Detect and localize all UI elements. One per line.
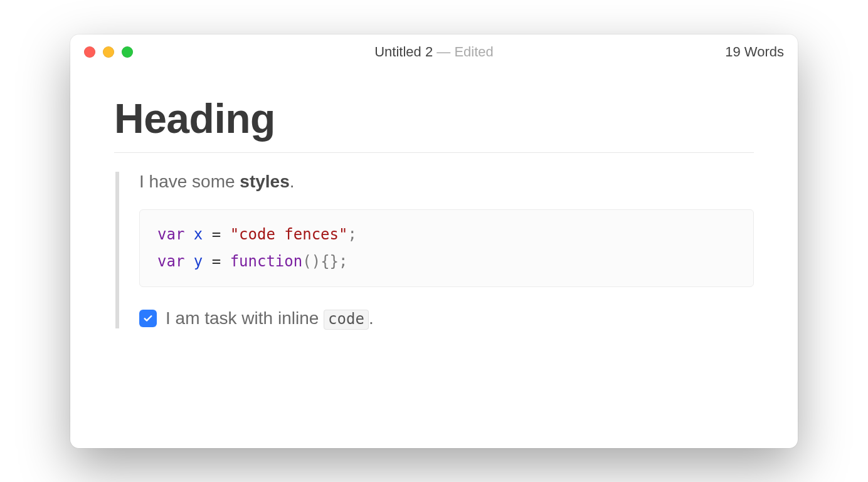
code-identifier: y — [194, 253, 203, 270]
code-punct: ; — [339, 253, 347, 270]
editor-content[interactable]: Heading I have some styles. var x = "cod… — [70, 70, 798, 354]
titlebar: Untitled 2 — Edited 19 Words — [70, 34, 798, 70]
task-item[interactable]: I am task with inline code. — [139, 308, 754, 328]
code-identifier: x — [194, 226, 203, 243]
fullscreen-window-button[interactable] — [122, 46, 133, 58]
code-keyword: var — [157, 253, 184, 270]
code-punct: () — [302, 253, 320, 270]
code-punct: {} — [320, 253, 339, 270]
window-controls — [84, 46, 133, 58]
document-title: Untitled 2 — [374, 44, 433, 60]
paragraph[interactable]: I have some styles. — [139, 172, 754, 192]
edited-status: Edited — [454, 44, 493, 60]
app-window: Untitled 2 — Edited 19 Words Heading I h… — [70, 34, 798, 448]
code-operator: = — [212, 253, 221, 270]
bold-text: styles — [240, 172, 289, 191]
code-string: "code fences" — [230, 226, 348, 243]
inline-code: code — [324, 310, 369, 330]
minimize-window-button[interactable] — [103, 46, 114, 58]
horizontal-rule — [114, 152, 754, 153]
code-operator: = — [212, 226, 221, 243]
window-title: Untitled 2 — Edited — [70, 44, 798, 60]
task-text: I am task with inline code. — [166, 308, 374, 328]
word-count[interactable]: 19 Words — [725, 44, 784, 60]
check-icon — [142, 313, 154, 324]
code-keyword: var — [157, 226, 184, 243]
code-keyword: function — [230, 253, 303, 270]
close-window-button[interactable] — [84, 46, 95, 58]
text-run: . — [290, 172, 295, 191]
task-checkbox[interactable] — [139, 310, 157, 327]
text-run: I am task with inline — [166, 308, 324, 328]
text-run: . — [369, 308, 374, 328]
code-fence[interactable]: var x = "code fences"; var y = function(… — [139, 209, 754, 287]
blockquote: I have some styles. var x = "code fences… — [115, 172, 754, 328]
code-punct: ; — [347, 226, 356, 243]
title-separator: — — [433, 44, 454, 60]
heading-1[interactable]: Heading — [114, 95, 754, 149]
text-run: I have some — [139, 172, 240, 191]
